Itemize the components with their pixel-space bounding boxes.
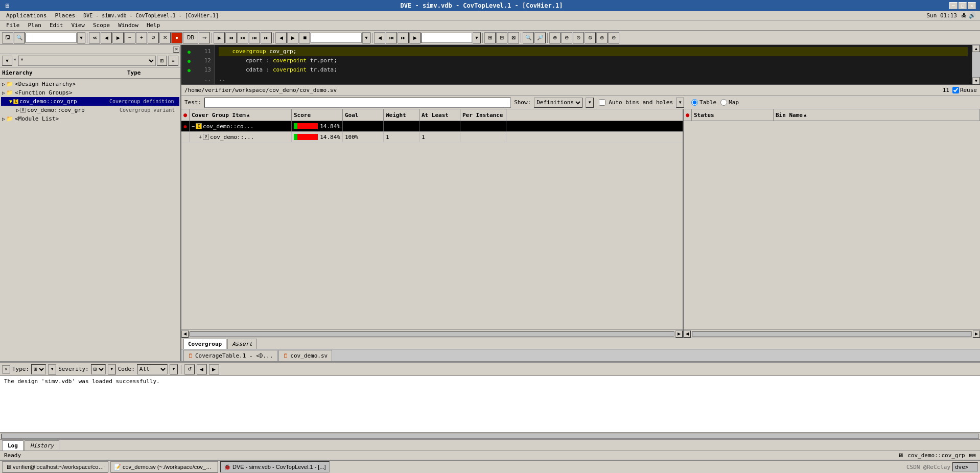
tab-covergroup[interactable]: Covergroup [183, 339, 226, 349]
code-select[interactable]: All [137, 364, 168, 374]
file-tab-source[interactable]: 🗒 cov_demo.sv [278, 350, 332, 361]
menu-file[interactable]: File [2, 21, 24, 30]
cov-right-hscroll[interactable]: ◀ ▶ [684, 329, 980, 338]
radio-map[interactable] [720, 99, 727, 106]
hier-item-cov-grp[interactable]: ▼ C cov_demo::cov_grp Covergroup definit… [1, 97, 179, 106]
tb-btn-arrow[interactable]: ⇒ [199, 32, 210, 43]
log-refresh-btn[interactable]: ↺ [184, 364, 195, 374]
auto-bins-dropdown[interactable]: ▼ [676, 98, 684, 108]
tb-nav-fwd[interactable]: ▶ [112, 32, 124, 43]
cov-row-1[interactable]: ● − C cov_demo::co... 1 [181, 121, 683, 132]
tb-zoom-c[interactable]: ⊙ [573, 32, 584, 43]
tb-btn-plus[interactable]: + [136, 32, 147, 43]
minimize-btn[interactable]: ─ [949, 2, 958, 9]
log-tab-log[interactable]: Log [2, 440, 24, 451]
src-scroll-up[interactable]: ▲ [972, 45, 980, 52]
maximize-btn[interactable]: □ [959, 2, 967, 9]
sys-menu-applications[interactable]: Applications [2, 12, 51, 19]
src-scroll-dn[interactable]: ▼ [972, 77, 980, 84]
log-scroll-track[interactable] [1, 434, 979, 439]
cov-row-2[interactable]: + P cov_demo::... 14.84% 100% [181, 132, 683, 143]
sys-menu-dve[interactable]: DVE - simv.vdb - CovTopLevel.1 - [CovHie… [79, 12, 223, 19]
hier-filter-select[interactable]: * [18, 56, 156, 66]
menu-plan[interactable]: Plan [24, 21, 46, 30]
tb-d2[interactable]: ⏮ [386, 32, 397, 43]
reuse-checkbox[interactable] [952, 87, 959, 93]
tb-zoom-out[interactable]: 🔎 [534, 32, 546, 43]
tb-d3[interactable]: ⏭ [398, 32, 409, 43]
tb-d4[interactable]: ▶ [409, 32, 421, 43]
code-dropdown[interactable]: ▼ [170, 364, 178, 374]
test-input[interactable]: MergedTest [204, 98, 511, 108]
tb-btn-stop[interactable]: ✕ [159, 32, 171, 43]
tb-sim-a[interactable]: ◀ [275, 32, 287, 43]
sim-dropdown2[interactable]: ▼ [473, 32, 481, 43]
menu-edit[interactable]: Edit [45, 21, 67, 30]
hscroll-right-btn[interactable]: ▶ [675, 330, 683, 338]
radio-table[interactable] [691, 99, 698, 106]
tb-nav-back[interactable]: ◀ [101, 32, 112, 43]
menu-scope[interactable]: Scope [89, 21, 114, 30]
tb-btn-red[interactable]: ● [171, 32, 182, 43]
tb-step-back[interactable]: ⏮ [225, 32, 237, 43]
hier-grid-btn[interactable]: ⊞ [157, 56, 167, 66]
log-close-icon[interactable]: ✕ [2, 365, 10, 373]
row1-expand-btn[interactable]: − [192, 124, 195, 129]
tb-zoom-in[interactable]: 🔍 [523, 32, 534, 43]
tb-sim-b[interactable]: ▶ [287, 32, 298, 43]
th-cgi-sort[interactable]: ▲ [247, 112, 249, 117]
log-hscroll[interactable] [0, 432, 980, 439]
tb-play[interactable]: ▶ [214, 32, 225, 43]
type-select[interactable]: ⊞ [31, 364, 46, 374]
tb-nav-back2[interactable]: ≪ [89, 32, 100, 43]
sim-input2[interactable] [421, 33, 472, 43]
hier-item-cov-variant[interactable]: ▷ V cov_demo::cov_grp Covergroup variant [1, 106, 179, 114]
auto-bins-checkbox[interactable] [599, 99, 605, 106]
log-tab-history[interactable]: History [25, 440, 59, 451]
tb-icon-a[interactable]: ⊞ [484, 32, 496, 43]
task-btn-terminal[interactable]: 🖥 verifier@localhost:~/workspace/cov... [2, 461, 108, 472]
tb-icon-b[interactable]: ⊟ [496, 32, 507, 43]
tab-assert[interactable]: Assert [227, 339, 257, 349]
show-dropdown-btn[interactable]: ▼ [586, 98, 594, 108]
log-prev-btn[interactable]: ◀ [197, 364, 207, 374]
search-input[interactable] [26, 33, 77, 43]
sim-dropdown[interactable]: ▼ [362, 32, 370, 43]
source-vscroll[interactable]: ▲ ▼ [972, 45, 980, 84]
hscroll-right-track[interactable] [692, 332, 972, 337]
severity-dropdown[interactable]: ▼ [108, 364, 116, 374]
sys-menu-places[interactable]: Places [51, 12, 79, 19]
tb-step-fwd[interactable]: ⏭ [237, 32, 248, 43]
task-btn-editor[interactable]: 📝 cov_demo.sv (~./workspace/cov_de... [110, 461, 218, 472]
sim-input[interactable] [311, 33, 362, 43]
hscroll-left-btn[interactable]: ◀ [181, 330, 189, 338]
severity-select[interactable]: ⊞ [91, 364, 106, 374]
tb-d1[interactable]: ◀ [374, 32, 385, 43]
type-dropdown[interactable]: ▼ [48, 364, 56, 374]
radio-map-label[interactable]: Map [720, 99, 739, 106]
hscroll-left-track[interactable] [190, 332, 674, 337]
tb-dropdown[interactable]: ▼ [77, 32, 85, 43]
task-btn-dve[interactable]: 🐞 DVE - simv.vdb - CovTopLevel.1 - [...] [220, 461, 330, 472]
show-select[interactable]: Definitions [534, 98, 582, 108]
hierarchy-close-btn[interactable]: ✕ [173, 46, 179, 53]
tb-btn-1[interactable]: 🖫 [2, 32, 13, 43]
tb-zoom-f[interactable]: ⊜ [608, 32, 619, 43]
hier-grid-btn2[interactable]: ≡ [168, 56, 178, 66]
close-btn[interactable]: ✕ [968, 2, 976, 9]
tb-goto-end[interactable]: ⏭ [261, 32, 272, 43]
tb-btn-minus[interactable]: − [124, 32, 135, 43]
tb-sim-c[interactable]: ⏹ [299, 32, 310, 43]
log-next-btn[interactable]: ▶ [209, 364, 219, 374]
hier-tb-dropdown[interactable]: ▼ [2, 56, 12, 66]
tb-zoom-b[interactable]: ⊖ [561, 32, 572, 43]
cov-left-hscroll[interactable]: ◀ ▶ [181, 329, 683, 338]
tb-goto-start[interactable]: ⏮ [249, 32, 260, 43]
tb-icon-c[interactable]: ⊠ [508, 32, 519, 43]
tb-zoom-d[interactable]: ⊚ [585, 32, 596, 43]
hier-item-design[interactable]: ▷ 📁 <Design Hierarchy> [1, 80, 179, 88]
tb-zoom-a[interactable]: ⊕ [549, 32, 561, 43]
file-tab-coverage[interactable]: 🗒 CoverageTable.1 - <D... [183, 350, 277, 361]
tb-zoom-e[interactable]: ⊛ [596, 32, 608, 43]
th-binname-sort[interactable]: ▲ [804, 112, 806, 117]
